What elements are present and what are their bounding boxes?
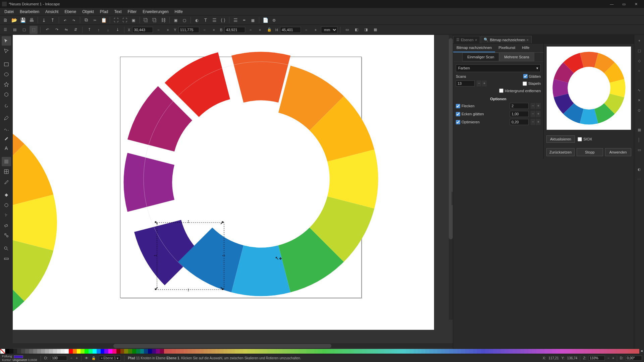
palette-swatch[interactable] — [152, 349, 156, 354]
palette-swatch[interactable] — [354, 349, 358, 354]
palette-swatch[interactable] — [156, 349, 160, 354]
palette-swatch[interactable] — [481, 349, 485, 354]
zoom-inc[interactable]: + — [612, 356, 614, 360]
rotate-ccw-button[interactable]: ↶ — [43, 26, 51, 34]
stop-button[interactable]: Stopp — [577, 148, 603, 156]
lock-aspect-button[interactable]: 🔒 — [265, 26, 273, 34]
palette-swatch[interactable] — [283, 349, 287, 354]
palette-swatch[interactable] — [390, 349, 394, 354]
apply-button[interactable]: Anwenden — [605, 148, 631, 156]
maximize-button[interactable]: ▭ — [618, 0, 630, 8]
unlink-button[interactable]: ⛓ — [159, 16, 167, 24]
lower-bottom-button[interactable]: ⤓ — [113, 26, 121, 34]
horizontal-scrollbar[interactable] — [113, 344, 331, 348]
palette-swatch[interactable] — [588, 349, 592, 354]
palette-swatch[interactable] — [140, 349, 144, 354]
zoom-drawing-button[interactable]: ⛶ — [121, 16, 129, 24]
palette-swatch[interactable] — [291, 349, 295, 354]
lower-button[interactable]: ↓ — [104, 26, 112, 34]
palette-swatch[interactable] — [187, 349, 192, 354]
palette-swatch[interactable] — [513, 349, 517, 354]
scans-inc[interactable]: + — [482, 80, 487, 86]
palette-swatch[interactable] — [489, 349, 493, 354]
palette-swatch[interactable] — [271, 349, 275, 354]
strip-snap[interactable]: ⌖ — [636, 37, 643, 44]
tweak-tool[interactable] — [2, 200, 11, 210]
optimize-dec[interactable]: − — [531, 119, 535, 125]
palette-swatch[interactable] — [21, 349, 25, 354]
scans-input[interactable] — [456, 80, 475, 86]
menu-bearbeiten[interactable]: Bearbeiten — [17, 9, 42, 15]
palette-swatch[interactable] — [275, 349, 279, 354]
palette-swatch[interactable] — [263, 349, 267, 354]
close-button[interactable]: ✕ — [630, 0, 642, 8]
y-dec[interactable]: − — [201, 26, 209, 34]
strip-snap-center[interactable]: ⊙ — [636, 107, 643, 114]
palette-swatch[interactable] — [184, 349, 188, 354]
palette-swatch[interactable] — [421, 349, 425, 354]
text-dialog-button[interactable]: T — [202, 16, 210, 24]
strip-more[interactable]: ⋯ — [636, 176, 643, 183]
gradient-tool[interactable] — [2, 157, 11, 166]
x-dec[interactable]: − — [154, 26, 162, 34]
palette-swatch[interactable] — [556, 349, 560, 354]
palette-swatch[interactable] — [453, 349, 457, 354]
palette-swatch[interactable] — [243, 349, 247, 354]
palette-swatch[interactable] — [49, 349, 53, 354]
palette-swatch[interactable] — [207, 349, 211, 354]
strip-snap-other[interactable]: ○ — [636, 67, 643, 74]
palette-swatch[interactable] — [564, 349, 568, 354]
palette-swatch[interactable] — [80, 349, 85, 354]
spray-tool[interactable] — [2, 210, 11, 220]
palette-swatch[interactable] — [192, 349, 196, 354]
rotate-cw-button[interactable]: ↷ — [53, 26, 61, 34]
subtab-help[interactable]: Hilfe — [519, 44, 533, 52]
palette-swatch[interactable] — [294, 349, 299, 354]
y-inc[interactable]: + — [210, 26, 218, 34]
palette-swatch[interactable] — [37, 349, 41, 354]
menu-ansicht[interactable]: Ansicht — [42, 9, 61, 15]
corners-checkbox[interactable]: Ecken glätten — [456, 112, 484, 116]
palette-swatch[interactable] — [136, 349, 140, 354]
palette-swatch[interactable] — [128, 349, 132, 354]
palette-swatch[interactable] — [132, 349, 136, 354]
palette-swatch[interactable] — [608, 349, 612, 354]
palette-swatch[interactable] — [584, 349, 588, 354]
palette-swatch[interactable] — [204, 349, 208, 354]
speckles-input[interactable] — [510, 103, 529, 109]
palette-swatch[interactable] — [611, 349, 615, 354]
palette-swatch[interactable] — [445, 349, 449, 354]
palette-swatch[interactable] — [211, 349, 215, 354]
open-button[interactable]: 📂 — [10, 16, 18, 24]
zoom-page-button[interactable]: ▣ — [129, 16, 138, 24]
palette-swatch[interactable] — [196, 349, 200, 354]
palette-swatch[interactable] — [180, 349, 184, 354]
palette-menu-button[interactable]: ◂ — [639, 349, 644, 354]
layer-selector[interactable]: • Ebene 1 ▾ — [99, 356, 121, 361]
paintbucket-tool[interactable] — [2, 190, 11, 200]
raise-top-button[interactable]: ⤒ — [85, 26, 93, 34]
affect-pattern-button[interactable]: ▦ — [371, 26, 379, 34]
palette-swatch[interactable] — [247, 349, 251, 354]
measure-tool[interactable] — [2, 254, 11, 263]
opacity-dec[interactable]: − — [70, 356, 72, 360]
palette-swatch[interactable] — [433, 349, 437, 354]
palette-swatch[interactable] — [144, 349, 148, 354]
group-button[interactable]: ▣ — [172, 16, 180, 24]
palette-swatch[interactable] — [410, 349, 414, 354]
palette-swatch[interactable] — [620, 349, 624, 354]
palette-swatch[interactable] — [508, 349, 513, 354]
palette-swatch[interactable] — [120, 349, 124, 354]
w-dec[interactable]: − — [247, 26, 255, 34]
node-tool[interactable] — [2, 46, 11, 56]
opacity-inc[interactable]: + — [76, 356, 78, 360]
unit-select[interactable]: mm — [321, 26, 337, 33]
menu-text[interactable]: Text — [111, 9, 125, 15]
3dbox-tool[interactable] — [2, 90, 11, 99]
palette-swatch[interactable] — [397, 349, 401, 354]
palette-swatch[interactable] — [461, 349, 465, 354]
palette-swatch[interactable] — [61, 349, 65, 354]
zoom-dec[interactable]: − — [607, 356, 609, 360]
palette-swatch[interactable] — [85, 349, 89, 354]
select-all-button[interactable]: ▤ — [11, 26, 19, 34]
